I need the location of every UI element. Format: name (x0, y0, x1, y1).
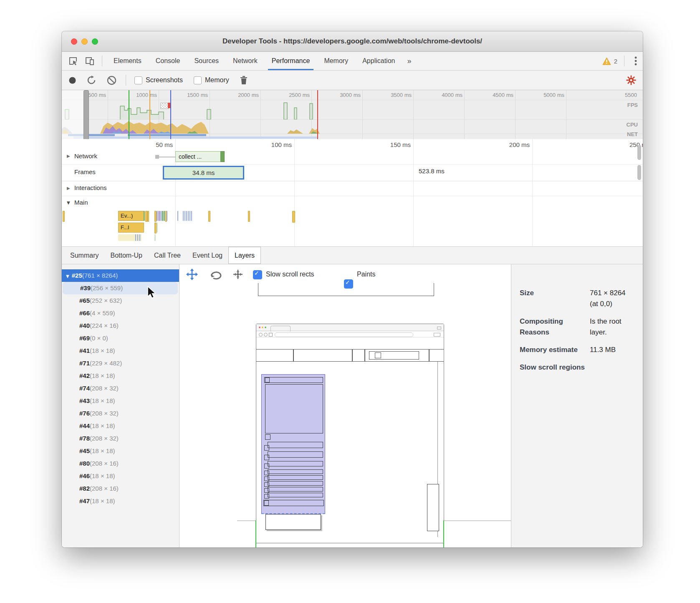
devtools-window: Developer Tools - https://developers.goo… (62, 31, 643, 547)
layer-tree-item[interactable]: #40(224 × 16) (62, 319, 179, 332)
record-button[interactable] (69, 77, 76, 84)
triangle-down-icon[interactable]: ▼ (66, 274, 69, 279)
flame-bar[interactable] (139, 234, 140, 241)
flame-chart: 50 ms 100 ms 150 ms 200 ms 250 ms ▶ Netw… (62, 139, 643, 246)
reset-view-icon[interactable] (232, 269, 244, 280)
layer-tree-item[interactable]: #82(208 × 16) (62, 482, 179, 495)
rotate-mode-icon[interactable] (210, 269, 222, 280)
layer-tree-item[interactable]: #43(18 × 18) (62, 395, 179, 407)
flame-bar[interactable] (159, 211, 160, 221)
scrollbar-thumb[interactable] (637, 165, 641, 180)
capture-settings-gear-icon[interactable] (626, 75, 636, 85)
flame-bar[interactable] (147, 211, 149, 222)
layer-tree-item[interactable]: #80(208 × 16) (62, 457, 179, 470)
tab-network[interactable]: Network (226, 52, 265, 70)
window-title: Developer Tools - https://developers.goo… (62, 31, 643, 51)
flame-bar[interactable] (191, 211, 192, 221)
tab-layers[interactable]: Layers (228, 247, 261, 264)
layer-tree-item[interactable]: #69(0 × 0) (62, 332, 179, 345)
flame-bar[interactable] (183, 211, 184, 221)
scrollbar-thumb[interactable] (637, 145, 641, 160)
layer-tree-item[interactable]: #44(18 × 18) (62, 420, 179, 432)
frame-duration[interactable]: 523.8 ms (419, 167, 445, 175)
tab-bottom-up[interactable]: Bottom-Up (104, 247, 148, 264)
compositing-reasons-label: Compositing Reasons (520, 316, 590, 338)
flame-bar[interactable] (63, 211, 65, 222)
tab-console[interactable]: Console (149, 52, 187, 70)
slow-scroll-rect-overlay[interactable] (261, 374, 325, 514)
layer-tree-item[interactable]: #39(256 × 559) (63, 282, 178, 294)
layer-tree-item[interactable]: #47(18 × 18) (62, 495, 179, 507)
devtools-tab-bar: Elements Console Sources Network Perform… (62, 52, 643, 71)
flame-bar[interactable] (188, 211, 189, 221)
viewport-edge-line (443, 520, 444, 547)
flame-bar[interactable] (292, 211, 295, 223)
tab-performance[interactable]: Performance (265, 52, 317, 70)
flame-bar[interactable] (157, 223, 158, 233)
tab-sources[interactable]: Sources (187, 52, 226, 70)
flame-bar[interactable] (167, 211, 167, 221)
flame-function-bar[interactable]: F...l (118, 223, 144, 233)
flame-event-bar[interactable]: Ev...) (118, 211, 145, 221)
more-tabs-chevron-icon[interactable]: » (402, 57, 416, 66)
layer-tree-item[interactable]: #76(208 × 32) (62, 407, 179, 420)
layer-tree-item[interactable]: #74(208 × 32) (62, 382, 179, 395)
memory-checkbox[interactable] (194, 76, 202, 84)
flame-bar[interactable] (164, 211, 165, 221)
flame-bar[interactable] (144, 211, 144, 221)
flame-bar[interactable] (154, 234, 156, 241)
flame-bar[interactable] (248, 211, 250, 222)
layer-tree-item[interactable]: #45(18 × 18) (62, 445, 179, 457)
trash-icon[interactable] (240, 76, 248, 85)
flame-bar[interactable] (184, 211, 185, 221)
tab-application[interactable]: Application (355, 52, 402, 70)
screenshots-checkbox[interactable] (134, 76, 142, 84)
slow-scroll-rects-checkbox[interactable] (253, 270, 262, 279)
clear-button[interactable] (107, 76, 116, 85)
size-label: Size (520, 288, 590, 309)
flame-bar[interactable] (162, 211, 163, 221)
inspect-element-icon[interactable] (68, 56, 78, 66)
warning-icon[interactable] (602, 57, 611, 65)
layer-tree-item[interactable]: #78(208 × 32) (62, 432, 179, 445)
pan-mode-icon[interactable] (186, 269, 198, 280)
flame-bar[interactable] (135, 234, 136, 241)
tab-call-tree[interactable]: Call Tree (148, 247, 187, 264)
window-left-handle[interactable] (83, 90, 89, 139)
kebab-menu-icon[interactable] (634, 56, 637, 66)
layer-tree-item[interactable]: ▼#25(761 × 8264) (62, 269, 179, 282)
flame-bar[interactable] (208, 211, 210, 222)
memory-estimate-value: 11.3 MB (590, 345, 639, 355)
layer-tree-item[interactable]: #42(18 × 18) (62, 370, 179, 382)
tab-memory[interactable]: Memory (317, 52, 355, 70)
flame-bar[interactable] (137, 234, 138, 241)
chevron-down-icon[interactable]: ▼ (67, 200, 70, 205)
chevron-right-icon[interactable]: ▶ (67, 186, 70, 190)
flame-bar[interactable] (157, 211, 157, 221)
layer-tree-item[interactable]: #46(18 × 18) (62, 470, 179, 482)
layer-tree-item[interactable]: #71(229 × 482) (62, 357, 179, 370)
screenshot-thumb[interactable] (160, 103, 169, 109)
network-request-bar-cap (220, 151, 225, 162)
flame-bar[interactable] (158, 211, 159, 221)
layer-tree-item[interactable]: #41(18 × 18) (62, 345, 179, 357)
tab-elements[interactable]: Elements (106, 52, 149, 70)
screenshots-label: Screenshots (146, 76, 183, 84)
flame-bar[interactable] (161, 211, 162, 221)
tab-event-log[interactable]: Event Log (187, 247, 228, 264)
chevron-right-icon[interactable]: ▶ (67, 154, 70, 158)
layer-tree-item[interactable]: #65(252 × 632) (62, 294, 179, 307)
layers-viewport[interactable]: Slow scroll rects Paints (179, 264, 511, 547)
mock-scrollbar-thumb (427, 484, 439, 531)
reload-button[interactable] (87, 76, 96, 85)
tab-summary[interactable]: Summary (64, 247, 104, 264)
layer-tree-item[interactable]: #66(4 × 559) (62, 307, 179, 319)
network-request-dot[interactable] (155, 155, 159, 159)
flame-bar[interactable] (186, 211, 187, 221)
selected-frame[interactable]: 34.8 ms (163, 166, 244, 180)
flame-bar[interactable] (177, 211, 178, 221)
network-request-bar[interactable]: collect ... (175, 151, 225, 162)
device-toolbar-icon[interactable] (84, 56, 95, 66)
timeline-overview[interactable]: 500 ms 1000 ms 1500 ms 2000 ms 2500 ms 3… (62, 90, 643, 139)
flame-bar[interactable] (190, 211, 190, 221)
